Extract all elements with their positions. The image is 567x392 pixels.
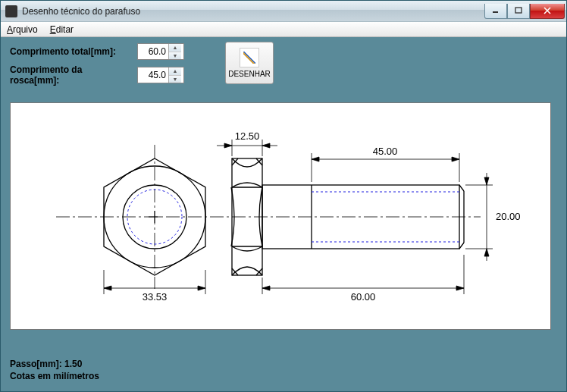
svg-marker-39	[312, 157, 319, 162]
dim-shaft-height: 20.00	[496, 211, 521, 222]
comprimento-total-up[interactable]: ▲	[169, 44, 181, 52]
svg-marker-16	[198, 286, 205, 290]
footer-cotas: Cotas em milímetros	[10, 370, 99, 382]
svg-marker-44	[484, 177, 489, 185]
menu-arquivo[interactable]: Arquivo	[4, 23, 41, 36]
maximize-button[interactable]	[507, 4, 530, 19]
footer-passo: Passo[mm]: 1.50	[10, 358, 99, 370]
comprimento-total-down[interactable]: ▼	[169, 52, 181, 60]
svg-marker-35	[262, 143, 270, 148]
close-icon	[543, 7, 552, 14]
svg-marker-45	[484, 249, 489, 256]
comprimento-total-spinner[interactable]: ▲ ▼	[137, 43, 184, 60]
svg-rect-1	[515, 8, 522, 13]
titlebar: Desenho técnico do parafuso	[1, 1, 566, 22]
dim-total-length: 60.00	[351, 291, 376, 303]
svg-line-26	[459, 243, 464, 249]
app-window: Desenho técnico do parafuso Arquivo Edit…	[0, 0, 567, 392]
footer-info: Passo[mm]: 1.50 Cotas em milímetros	[10, 358, 99, 382]
comprimento-rosca-spinner[interactable]: ▲ ▼	[137, 67, 184, 83]
window-controls	[484, 4, 565, 19]
dim-head-width: 12.50	[235, 130, 260, 142]
row-comprimento-rosca: Comprimento da rosca[mm]: ▲ ▼	[10, 64, 557, 86]
minimize-icon	[492, 7, 500, 14]
minimize-button[interactable]	[484, 4, 507, 19]
svg-marker-49	[262, 286, 270, 290]
svg-marker-34	[224, 143, 232, 148]
content-area: Comprimento total[mm]: ▲ ▼ Comprimento d…	[1, 37, 566, 336]
comprimento-rosca-up[interactable]: ▲	[169, 67, 181, 76]
comprimento-rosca-label: Comprimento da rosca[mm]:	[10, 64, 130, 86]
comprimento-total-input[interactable]	[138, 44, 168, 59]
dim-thread-length: 45.00	[373, 146, 398, 157]
drawing-canvas: 33.53	[10, 102, 551, 330]
desenhar-label: DESENHAR	[228, 70, 271, 78]
window-title: Desenho técnico do parafuso	[22, 6, 484, 17]
comprimento-rosca-input[interactable]	[138, 67, 168, 83]
menubar: Arquivo Editar	[1, 22, 566, 37]
menu-editar-label: ditar	[56, 24, 74, 35]
dim-across-corners: 33.53	[143, 291, 168, 303]
svg-line-25	[459, 185, 464, 191]
desenhar-button[interactable]: DESENHAR	[225, 42, 274, 84]
maximize-icon	[515, 7, 522, 14]
pencil-ruler-icon	[240, 48, 259, 67]
comprimento-rosca-down[interactable]: ▼	[169, 76, 181, 83]
svg-marker-50	[456, 286, 464, 290]
close-button[interactable]	[530, 4, 565, 19]
menu-arquivo-label: rquivo	[13, 24, 38, 35]
bolt-drawing: 33.53	[11, 103, 552, 331]
comprimento-total-label: Comprimento total[mm]:	[10, 46, 130, 57]
svg-marker-15	[104, 286, 111, 290]
svg-marker-40	[452, 157, 459, 162]
app-icon	[5, 5, 17, 17]
row-comprimento-total: Comprimento total[mm]: ▲ ▼	[10, 43, 557, 60]
menu-editar[interactable]: Editar	[47, 23, 77, 36]
